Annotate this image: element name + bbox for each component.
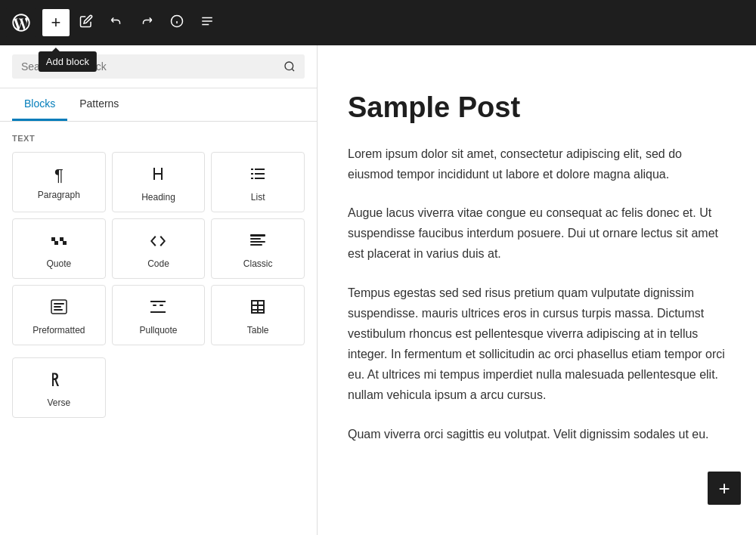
paragraph-icon: ¶ (54, 167, 64, 184)
block-item-classic[interactable]: Classic (211, 218, 305, 279)
block-item-quote[interactable]: Quote (12, 218, 106, 279)
tab-blocks[interactable]: Blocks (12, 88, 67, 121)
list-view-icon (200, 14, 214, 32)
main-layout: Blocks Patterns TEXT ¶ Paragraph (0, 45, 756, 535)
verse-blocks-grid: Verse (12, 357, 305, 418)
search-icon (284, 60, 296, 73)
add-block-button[interactable]: + (42, 9, 70, 36)
svg-line-7 (292, 69, 294, 71)
search-submit-button[interactable] (284, 60, 296, 73)
svg-rect-19 (54, 303, 64, 305)
sidebar-tabs: Blocks Patterns (0, 88, 317, 122)
svg-rect-24 (153, 305, 156, 306)
edit-pencil-button[interactable] (73, 9, 100, 36)
block-search-area (0, 45, 317, 88)
paragraph-2[interactable]: Augue lacus viverra vitae congue eu cons… (348, 203, 726, 264)
document-overview-button[interactable] (194, 9, 221, 36)
quote-label: Quote (46, 258, 71, 269)
info-icon (170, 14, 184, 32)
block-item-code[interactable]: Code (112, 218, 206, 279)
svg-rect-17 (250, 244, 262, 246)
wp-logo[interactable] (6, 8, 36, 38)
quote-icon (50, 231, 68, 252)
svg-rect-15 (250, 238, 261, 240)
floating-add-button[interactable]: + (708, 472, 741, 505)
block-inserter-sidebar: Blocks Patterns TEXT ¶ Paragraph (0, 45, 318, 535)
pullquote-icon (149, 298, 167, 319)
svg-point-6 (285, 62, 293, 70)
svg-rect-13 (255, 178, 265, 179)
category-text-label: TEXT (12, 134, 305, 143)
list-icon (249, 165, 267, 186)
pullquote-label: Pullquote (139, 325, 177, 336)
editor-area[interactable]: Sample Post Lorem ipsum dolor sit amet, … (318, 45, 756, 535)
table-label: Table (247, 325, 269, 336)
paragraph-label: Paragraph (38, 190, 80, 200)
code-icon (149, 232, 167, 252)
paragraph-3[interactable]: Tempus egestas sed sed risus pretium qua… (348, 283, 726, 406)
paragraph-1[interactable]: Lorem ipsum dolor sit amet, consectetur … (348, 144, 726, 184)
heading-label: Heading (141, 192, 175, 203)
blocks-list: TEXT ¶ Paragraph Heading (0, 122, 317, 535)
block-item-preformatted[interactable]: Preformatted (12, 285, 106, 345)
svg-rect-21 (54, 309, 63, 311)
classic-icon (249, 231, 267, 252)
verse-label: Verse (47, 397, 70, 408)
svg-rect-11 (255, 173, 265, 175)
undo-button[interactable] (103, 9, 130, 36)
info-button[interactable] (163, 9, 191, 36)
list-label: List (251, 192, 265, 203)
svg-rect-20 (54, 306, 61, 308)
svg-rect-23 (150, 311, 166, 313)
block-item-verse[interactable]: Verse (12, 357, 106, 418)
heading-icon (149, 165, 167, 186)
undo-icon (110, 14, 123, 32)
editor-content: Sample Post Lorem ipsum dolor sit amet, … (348, 91, 726, 444)
svg-rect-22 (150, 301, 166, 302)
post-title[interactable]: Sample Post (348, 91, 726, 125)
main-toolbar: + Add block (0, 0, 756, 45)
block-item-paragraph[interactable]: ¶ Paragraph (12, 152, 106, 212)
block-item-list[interactable]: List (211, 152, 305, 212)
floating-plus-icon: + (718, 478, 730, 498)
redo-icon (140, 14, 153, 32)
code-label: Code (147, 258, 169, 269)
svg-rect-8 (251, 169, 253, 170)
svg-rect-14 (250, 234, 265, 237)
paragraph-4[interactable]: Quam viverra orci sagittis eu volutpat. … (348, 424, 726, 444)
block-item-pullquote[interactable]: Pullquote (112, 285, 206, 345)
pencil-icon (79, 14, 93, 32)
text-blocks-grid: ¶ Paragraph Heading (12, 152, 305, 345)
preformatted-icon (50, 298, 68, 319)
block-item-table[interactable]: Table (211, 285, 305, 345)
svg-rect-16 (250, 241, 265, 243)
search-box (12, 54, 305, 79)
redo-button[interactable] (133, 9, 160, 36)
block-item-heading[interactable]: Heading (112, 152, 206, 212)
svg-rect-9 (255, 169, 265, 170)
plus-icon: + (51, 13, 61, 32)
search-input[interactable] (21, 60, 277, 73)
preformatted-label: Preformatted (33, 325, 85, 336)
svg-rect-25 (160, 305, 163, 306)
svg-rect-12 (251, 178, 253, 179)
classic-label: Classic (243, 258, 273, 269)
verse-icon (50, 370, 68, 391)
svg-rect-10 (251, 173, 253, 175)
tab-patterns[interactable]: Patterns (67, 88, 131, 121)
table-icon (249, 298, 267, 319)
